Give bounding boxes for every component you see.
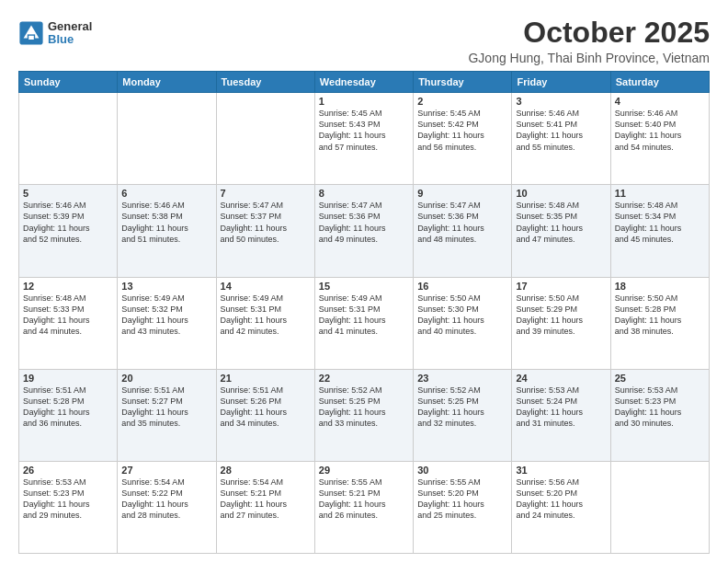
day-info-text: Sunrise: 5:54 AM Sunset: 5:22 PM Dayligh… [121, 477, 211, 522]
day-number: 10 [516, 188, 606, 199]
day-info-text: Sunrise: 5:54 AM Sunset: 5:21 PM Dayligh… [221, 477, 311, 522]
day-info-text: Sunrise: 5:49 AM Sunset: 5:31 PM Dayligh… [319, 293, 409, 338]
calendar-day-cell: 1Sunrise: 5:45 AM Sunset: 5:43 PM Daylig… [314, 93, 413, 185]
day-info-text: Sunrise: 5:56 AM Sunset: 5:20 PM Dayligh… [516, 477, 606, 522]
day-number: 29 [319, 465, 409, 476]
day-info-text: Sunrise: 5:51 AM Sunset: 5:28 PM Dayligh… [23, 385, 113, 430]
day-number: 2 [417, 96, 507, 107]
day-number: 12 [23, 281, 113, 292]
calendar-week-row: 5Sunrise: 5:46 AM Sunset: 5:39 PM Daylig… [19, 185, 710, 277]
weekday-header-thursday: Thursday [414, 72, 512, 93]
day-info-text: Sunrise: 5:55 AM Sunset: 5:21 PM Dayligh… [319, 477, 409, 522]
page: General Blue October 2025 GJong Hung, Th… [0, 0, 728, 563]
day-info-text: Sunrise: 5:53 AM Sunset: 5:24 PM Dayligh… [516, 385, 606, 430]
weekday-header-saturday: Saturday [610, 72, 709, 93]
day-number: 19 [23, 373, 113, 384]
day-number: 15 [319, 281, 409, 292]
day-info-text: Sunrise: 5:46 AM Sunset: 5:39 PM Dayligh… [23, 200, 113, 245]
day-number: 16 [417, 281, 507, 292]
calendar-day-cell: 15Sunrise: 5:49 AM Sunset: 5:31 PM Dayli… [314, 277, 413, 369]
day-info-text: Sunrise: 5:46 AM Sunset: 5:38 PM Dayligh… [121, 200, 211, 245]
calendar-day-cell: 21Sunrise: 5:51 AM Sunset: 5:26 PM Dayli… [216, 369, 314, 461]
calendar-day-cell: 29Sunrise: 5:55 AM Sunset: 5:21 PM Dayli… [314, 461, 413, 553]
day-number: 31 [516, 465, 606, 476]
day-number: 22 [319, 373, 409, 384]
empty-calendar-cell [216, 93, 314, 185]
logo-general-label: General [48, 20, 92, 33]
day-number: 30 [417, 465, 507, 476]
day-number: 28 [221, 465, 311, 476]
day-number: 13 [121, 281, 211, 292]
calendar-day-cell: 24Sunrise: 5:53 AM Sunset: 5:24 PM Dayli… [512, 369, 610, 461]
calendar-day-cell: 12Sunrise: 5:48 AM Sunset: 5:33 PM Dayli… [19, 277, 118, 369]
day-number: 1 [319, 96, 409, 107]
calendar-day-cell: 11Sunrise: 5:48 AM Sunset: 5:34 PM Dayli… [610, 185, 709, 277]
calendar-table: SundayMondayTuesdayWednesdayThursdayFrid… [18, 71, 710, 554]
day-number: 20 [121, 373, 211, 384]
day-number: 3 [516, 96, 606, 107]
calendar-day-cell: 22Sunrise: 5:52 AM Sunset: 5:25 PM Dayli… [314, 369, 413, 461]
calendar-day-cell: 20Sunrise: 5:51 AM Sunset: 5:27 PM Dayli… [118, 369, 216, 461]
month-title: October 2025 [468, 17, 710, 49]
day-number: 24 [516, 373, 606, 384]
logo-icon [18, 20, 44, 46]
calendar-day-cell: 19Sunrise: 5:51 AM Sunset: 5:28 PM Dayli… [19, 369, 118, 461]
svg-rect-3 [28, 36, 34, 40]
day-info-text: Sunrise: 5:48 AM Sunset: 5:33 PM Dayligh… [23, 293, 113, 338]
calendar-day-cell: 4Sunrise: 5:46 AM Sunset: 5:40 PM Daylig… [610, 93, 709, 185]
day-info-text: Sunrise: 5:46 AM Sunset: 5:40 PM Dayligh… [615, 108, 705, 153]
day-info-text: Sunrise: 5:52 AM Sunset: 5:25 PM Dayligh… [319, 385, 409, 430]
day-number: 27 [121, 465, 211, 476]
weekday-header-row: SundayMondayTuesdayWednesdayThursdayFrid… [19, 72, 710, 93]
day-number: 23 [417, 373, 507, 384]
calendar-day-cell: 9Sunrise: 5:47 AM Sunset: 5:36 PM Daylig… [414, 185, 512, 277]
calendar-day-cell: 14Sunrise: 5:49 AM Sunset: 5:31 PM Dayli… [216, 277, 314, 369]
calendar-day-cell: 26Sunrise: 5:53 AM Sunset: 5:23 PM Dayli… [19, 461, 118, 553]
calendar-day-cell: 2Sunrise: 5:45 AM Sunset: 5:42 PM Daylig… [414, 93, 512, 185]
day-info-text: Sunrise: 5:48 AM Sunset: 5:34 PM Dayligh… [615, 200, 705, 245]
day-info-text: Sunrise: 5:53 AM Sunset: 5:23 PM Dayligh… [615, 385, 705, 430]
day-number: 11 [615, 188, 705, 199]
day-info-text: Sunrise: 5:45 AM Sunset: 5:43 PM Dayligh… [319, 108, 409, 153]
logo-text: General Blue [48, 20, 92, 47]
day-number: 5 [23, 188, 113, 199]
day-info-text: Sunrise: 5:50 AM Sunset: 5:29 PM Dayligh… [516, 293, 606, 338]
weekday-header-sunday: Sunday [19, 72, 118, 93]
day-number: 25 [615, 373, 705, 384]
day-number: 14 [221, 281, 311, 292]
header: General Blue October 2025 GJong Hung, Th… [18, 17, 710, 65]
calendar-day-cell: 6Sunrise: 5:46 AM Sunset: 5:38 PM Daylig… [118, 185, 216, 277]
weekday-header-tuesday: Tuesday [216, 72, 314, 93]
logo: General Blue [18, 20, 92, 47]
day-info-text: Sunrise: 5:47 AM Sunset: 5:37 PM Dayligh… [221, 200, 311, 245]
calendar-day-cell: 7Sunrise: 5:47 AM Sunset: 5:37 PM Daylig… [216, 185, 314, 277]
day-number: 17 [516, 281, 606, 292]
calendar-week-row: 1Sunrise: 5:45 AM Sunset: 5:43 PM Daylig… [19, 93, 710, 185]
day-info-text: Sunrise: 5:47 AM Sunset: 5:36 PM Dayligh… [417, 200, 507, 245]
weekday-header-monday: Monday [118, 72, 216, 93]
logo-blue-label: Blue [48, 33, 92, 46]
calendar-day-cell: 8Sunrise: 5:47 AM Sunset: 5:36 PM Daylig… [314, 185, 413, 277]
calendar-day-cell: 17Sunrise: 5:50 AM Sunset: 5:29 PM Dayli… [512, 277, 610, 369]
day-number: 4 [615, 96, 705, 107]
day-info-text: Sunrise: 5:55 AM Sunset: 5:20 PM Dayligh… [417, 477, 507, 522]
day-number: 9 [417, 188, 507, 199]
calendar-day-cell: 28Sunrise: 5:54 AM Sunset: 5:21 PM Dayli… [216, 461, 314, 553]
day-info-text: Sunrise: 5:49 AM Sunset: 5:31 PM Dayligh… [221, 293, 311, 338]
day-info-text: Sunrise: 5:46 AM Sunset: 5:41 PM Dayligh… [516, 108, 606, 153]
calendar-day-cell: 23Sunrise: 5:52 AM Sunset: 5:25 PM Dayli… [414, 369, 512, 461]
day-info-text: Sunrise: 5:51 AM Sunset: 5:27 PM Dayligh… [121, 385, 211, 430]
weekday-header-friday: Friday [512, 72, 610, 93]
day-info-text: Sunrise: 5:48 AM Sunset: 5:35 PM Dayligh… [516, 200, 606, 245]
day-info-text: Sunrise: 5:51 AM Sunset: 5:26 PM Dayligh… [221, 385, 311, 430]
empty-calendar-cell [19, 93, 118, 185]
calendar-day-cell: 5Sunrise: 5:46 AM Sunset: 5:39 PM Daylig… [19, 185, 118, 277]
day-info-text: Sunrise: 5:50 AM Sunset: 5:30 PM Dayligh… [417, 293, 507, 338]
day-info-text: Sunrise: 5:50 AM Sunset: 5:28 PM Dayligh… [615, 293, 705, 338]
day-info-text: Sunrise: 5:49 AM Sunset: 5:32 PM Dayligh… [121, 293, 211, 338]
calendar-week-row: 26Sunrise: 5:53 AM Sunset: 5:23 PM Dayli… [19, 461, 710, 553]
day-info-text: Sunrise: 5:47 AM Sunset: 5:36 PM Dayligh… [319, 200, 409, 245]
calendar-day-cell: 25Sunrise: 5:53 AM Sunset: 5:23 PM Dayli… [610, 369, 709, 461]
calendar-day-cell: 18Sunrise: 5:50 AM Sunset: 5:28 PM Dayli… [610, 277, 709, 369]
day-number: 18 [615, 281, 705, 292]
